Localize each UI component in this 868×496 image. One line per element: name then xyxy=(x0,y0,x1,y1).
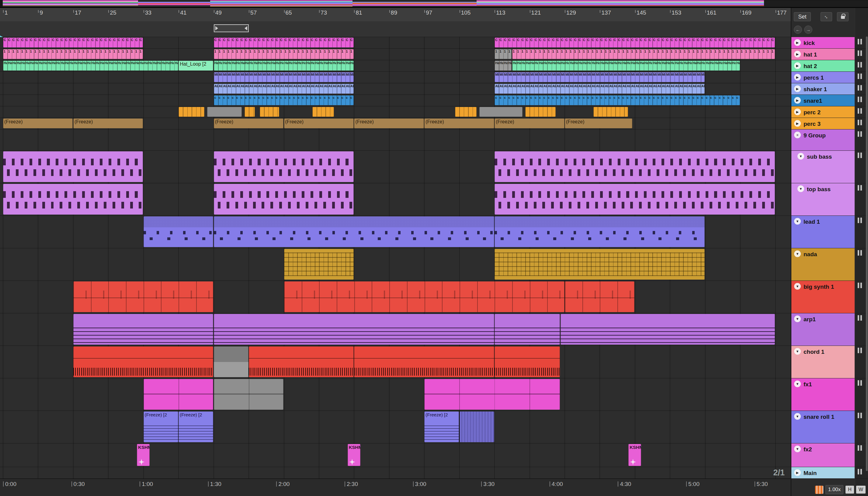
clip[interactable] xyxy=(565,281,635,312)
clip[interactable] xyxy=(494,314,560,345)
track-header-big-synth-1[interactable]: ▼big synth 1 xyxy=(791,281,855,313)
clip[interactable] xyxy=(207,107,242,117)
clip[interactable]: cccccccccccccccccccccccccccccccccccccccc… xyxy=(494,95,740,105)
set-button[interactable]: Set xyxy=(794,12,811,21)
clip[interactable] xyxy=(245,107,255,117)
speed-control[interactable]: 1.00x xyxy=(825,485,844,494)
clip[interactable] xyxy=(214,346,248,377)
clip[interactable] xyxy=(179,107,204,117)
clip[interactable] xyxy=(214,216,494,247)
clip[interactable] xyxy=(3,184,143,215)
clip[interactable]: (Freeze) [2 xyxy=(179,412,213,442)
clip[interactable] xyxy=(424,379,560,410)
clip[interactable]: HaHaHaHaHaHaHaHaHaHaHaHaHaHaHaHaHaHaHaHa… xyxy=(3,61,178,71)
track-header-sub-bass[interactable]: ▼sub bass xyxy=(791,151,855,183)
track-row-main[interactable] xyxy=(0,467,791,479)
track-row-kick[interactable]: CCCCCCCCCCCCCCCCCCCCCCCCCCCCCCCCCCCCCCCC… xyxy=(0,37,791,49)
clip[interactable] xyxy=(284,281,564,312)
clip[interactable]: (Freeze) xyxy=(494,119,564,128)
clip[interactable] xyxy=(73,346,213,377)
clip[interactable] xyxy=(143,216,213,247)
track-fold-icon[interactable]: ▼ xyxy=(794,413,801,420)
loop-brace[interactable] xyxy=(214,24,249,32)
zoom-icon[interactable]: ↔ xyxy=(821,12,832,21)
track-header-main[interactable]: ▶Main xyxy=(791,467,855,479)
track-row-fx1[interactable] xyxy=(0,378,791,411)
clip[interactable] xyxy=(525,107,555,117)
clip[interactable]: 1111 xyxy=(494,49,512,59)
warp-icon[interactable] xyxy=(815,486,823,494)
clip[interactable] xyxy=(214,314,494,345)
clip[interactable] xyxy=(354,346,494,377)
track-row-hat-1[interactable]: 1111111111111111111111111111111111111111… xyxy=(0,49,791,60)
bar-ruler[interactable]: 1917253341495765738189971051131211291371… xyxy=(0,8,791,37)
track-row-snare1[interactable]: cccccccccccccccccccccccccccccccccccccccc… xyxy=(0,95,791,106)
clip[interactable]: HaHaHaHaHaHaHaHaHaHaHaHaHaHaHaHaHaHaHaHa… xyxy=(512,61,740,71)
clip[interactable]: (Freeze) xyxy=(565,119,632,128)
clip[interactable] xyxy=(494,151,775,182)
clip[interactable]: AEAEAEAEAEAEAEAEAEAEAEAEAEAEAEAEAEAEAEAE… xyxy=(494,84,705,94)
track-row-lead-1[interactable] xyxy=(0,216,791,248)
clip[interactable] xyxy=(3,151,143,182)
track-row-top-bass[interactable] xyxy=(0,183,791,216)
clip[interactable] xyxy=(459,412,494,442)
clip[interactable]: (Freeze) xyxy=(424,119,494,128)
track-header-chord-1[interactable]: ▼chord 1 xyxy=(791,346,855,378)
clip[interactable]: (Freeze) xyxy=(354,119,424,128)
track-play-icon[interactable]: ▶ xyxy=(794,86,801,92)
track-fold-icon[interactable]: ▼ xyxy=(794,283,801,290)
track-fold-icon[interactable]: ▼ xyxy=(797,185,804,192)
track-header-fx1[interactable]: ▼fx1 xyxy=(791,378,855,411)
clip[interactable] xyxy=(479,107,523,117)
track-fold-icon[interactable]: ▼ xyxy=(794,315,801,322)
track-row-perc-2[interactable] xyxy=(0,106,791,118)
clip[interactable]: HaHaHaHa xyxy=(494,61,512,71)
clip[interactable] xyxy=(73,281,213,312)
track-row-arp1[interactable] xyxy=(0,313,791,346)
clip[interactable] xyxy=(249,346,354,377)
clip[interactable] xyxy=(455,107,476,117)
forward-button[interactable]: → xyxy=(804,26,812,34)
clip[interactable] xyxy=(494,216,705,247)
track-header-lead-1[interactable]: ▼lead 1 xyxy=(791,216,855,248)
track-header-hat-2[interactable]: ▶hat 2 xyxy=(791,60,855,72)
track-row-big-synth-1[interactable] xyxy=(0,281,791,313)
width-button[interactable]: W xyxy=(856,486,866,494)
clip[interactable]: MIMIMIMIMIMIMIMIMIMIMIMIMIMIMIMIMIMIMIMI… xyxy=(494,72,705,82)
clip[interactable] xyxy=(494,184,775,215)
clip[interactable] xyxy=(73,314,213,345)
clip[interactable] xyxy=(260,107,279,117)
clip[interactable]: (Freeze) xyxy=(73,119,143,128)
clip[interactable] xyxy=(143,379,213,410)
track-header-9-group[interactable]: ≡9 Group xyxy=(791,129,855,151)
track-header-kick[interactable]: ▶kick xyxy=(791,37,855,49)
clip[interactable] xyxy=(214,151,354,182)
track-row-hat-2[interactable]: HaHaHaHaHaHaHaHaHaHaHaHaHaHaHaHaHaHaHaHa… xyxy=(0,60,791,72)
lock-button[interactable] xyxy=(837,12,849,21)
track-fold-icon[interactable]: ▼ xyxy=(794,218,801,224)
loop-start-marker-icon[interactable] xyxy=(215,26,218,30)
clip[interactable] xyxy=(494,249,705,280)
track-header-snare-roll-1[interactable]: ▼snare roll 1 xyxy=(791,411,855,444)
track-header-hat-1[interactable]: ▶hat 1 xyxy=(791,49,855,60)
track-play-icon[interactable]: ▶ xyxy=(794,108,801,115)
track-play-icon[interactable]: ▶ xyxy=(794,97,801,104)
track-fold-icon[interactable]: ▼ xyxy=(797,153,804,159)
track-play-icon[interactable]: ▶ xyxy=(794,39,801,46)
track-row-perc-3[interactable]: (Freeze)(Freeze)(Freeze)(Freeze)(Freeze)… xyxy=(0,118,791,129)
vertical-scrollbar[interactable] xyxy=(866,36,868,471)
track-play-icon[interactable]: ▶ xyxy=(794,469,801,476)
track-play-icon[interactable]: ▶ xyxy=(794,74,801,80)
track-row-chord-1[interactable] xyxy=(0,346,791,378)
clip[interactable]: (Freeze) [2 xyxy=(424,412,459,442)
track-header-percs-1[interactable]: ▶percs 1 xyxy=(791,72,855,83)
track-row-nada[interactable] xyxy=(0,248,791,281)
track-header-arp1[interactable]: ▼arp1 xyxy=(791,313,855,346)
clip[interactable] xyxy=(561,314,775,345)
clip[interactable]: KSHM xyxy=(137,444,150,466)
clip[interactable]: AEAEAEAEAEAEAEAEAEAEAEAEAEAEAEAEAEAEAEAE… xyxy=(214,84,354,94)
track-row-fx2[interactable]: KSHMKSHMKSHM xyxy=(0,444,791,467)
track-play-icon[interactable]: ▶ xyxy=(794,120,801,127)
track-header-snare1[interactable]: ▶snare1 xyxy=(791,95,855,106)
clip[interactable]: cccccccccccccccccccccccccccccccc xyxy=(214,95,354,105)
